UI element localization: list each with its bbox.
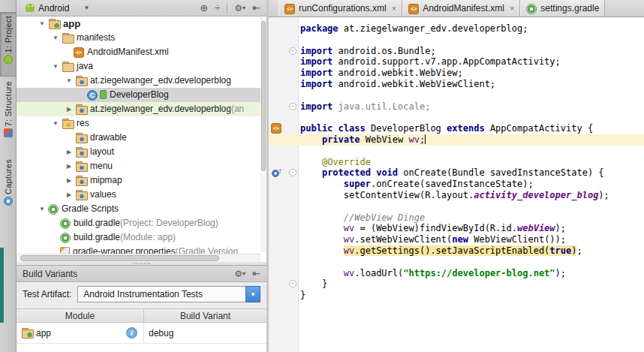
props-icon: [60, 247, 70, 254]
tree-item-java[interactable]: ▼java: [17, 59, 260, 74]
code-token: [300, 223, 344, 233]
tree-item-label: build.gradle: [74, 230, 120, 245]
code-token: import: [300, 46, 333, 56]
tree-item-mipmap[interactable]: ▶mipmap: [17, 173, 260, 188]
gradle-icon: [60, 218, 71, 229]
tree-item-build-gradle[interactable]: build.gradle (Module: app): [17, 230, 260, 245]
settings-gear-icon[interactable]: ⚙: [234, 3, 245, 14]
tree-item-manifests[interactable]: ▼manifests: [17, 31, 260, 45]
code-token: = (WebView)findViewById(R.id.: [354, 223, 517, 233]
code-token: wv: [344, 223, 354, 233]
column-header-module[interactable]: Module: [17, 309, 144, 322]
chevron-down-icon[interactable]: ▼: [36, 202, 48, 216]
project-view-icon: [4, 55, 13, 64]
tree-item-label: values: [90, 188, 116, 202]
code-token: wv: [344, 268, 354, 278]
chevron-right-icon[interactable]: ▶: [63, 173, 75, 188]
hide-panel-icon[interactable]: ⇤: [252, 3, 260, 14]
table-row[interactable]: appidebug: [17, 323, 266, 344]
tree-item-drawable[interactable]: drawable: [17, 131, 260, 145]
tree-item-gradle-scripts[interactable]: ▼Gradle Scripts: [17, 202, 260, 216]
code-editor[interactable]: package at.ziegelwanger_edv.developerblo…: [269, 17, 644, 352]
toolbar-separator: [227, 3, 227, 14]
overriding-method-icon[interactable]: [272, 167, 282, 178]
tree-item-at-ziegelwanger-edv-developerblog[interactable]: ▼at.ziegelwanger_edv.developerblog: [17, 74, 260, 88]
code-token: extends: [447, 123, 485, 134]
project-view-selector[interactable]: Android ▼: [21, 2, 94, 14]
chevron-down-icon[interactable]: ▼: [50, 116, 62, 131]
text-caret: [425, 134, 426, 144]
code-token: android.webkit.WebView;: [333, 68, 462, 78]
build-variants-title: Build Variants: [23, 269, 77, 279]
captures-view-icon: [4, 197, 13, 206]
settings-gear-icon[interactable]: ⚙: [234, 269, 245, 279]
close-icon[interactable]: ×: [510, 4, 514, 13]
tree-item-at-ziegelwanger-edv-developerblog[interactable]: ▶at.ziegelwanger_edv.developerblog (an: [17, 102, 260, 116]
manifest-file-icon[interactable]: [271, 123, 281, 134]
close-icon[interactable]: ×: [392, 4, 396, 13]
fold-icon[interactable]: −: [289, 103, 296, 110]
tool-button-structure[interactable]: 7: Structure: [0, 81, 17, 146]
xml-icon: [284, 4, 295, 14]
tree-item-label: Gradle Scripts: [62, 202, 119, 216]
code-token: onCreate(Bundle savedInstanceState) {: [398, 167, 604, 178]
tool-button-project[interactable]: 1: Project: [0, 12, 17, 77]
locate-icon[interactable]: ⊕: [200, 3, 208, 14]
tree-item-androidmanifest-xml[interactable]: AndroidManifest.xml: [17, 45, 260, 59]
xml-icon: [74, 47, 84, 58]
code-token: wv: [409, 134, 420, 145]
chevron-down-icon[interactable]: ▼: [36, 17, 48, 31]
chevron-right-icon[interactable]: ▶: [63, 145, 75, 159]
build-variant-cell[interactable]: debug: [144, 323, 266, 343]
module-cell[interactable]: appi: [17, 323, 144, 343]
tree-item-layout[interactable]: ▶layout: [17, 145, 260, 159]
code-line-5: import android.webkit.WebView;: [300, 68, 644, 79]
visibility-icon: [100, 90, 107, 99]
code-token: [300, 245, 344, 256]
chevron-down-icon[interactable]: ▼: [50, 31, 62, 45]
tree-item-label: drawable: [90, 131, 127, 145]
code-token: );: [555, 268, 566, 278]
build-variants-table: ModuleBuild Variant appidebug: [17, 308, 266, 352]
tree-item-suffix: (an: [231, 102, 244, 116]
tab-settings-gradle[interactable]: settings.gradle: [520, 0, 605, 17]
fold-icon[interactable]: −: [289, 47, 296, 55]
code-token: protected void: [322, 167, 398, 178]
tree-horizontal-scrollbar[interactable]: [17, 254, 260, 262]
res-icon: [62, 118, 74, 130]
chevron-right-icon[interactable]: ▶: [63, 159, 75, 173]
tab-androidmanifest-xml[interactable]: AndroidManifest.xml×: [402, 0, 520, 17]
code-line-20: wv.setWebViewClient(new WebViewClient())…: [300, 234, 644, 245]
code-token: [300, 268, 344, 278]
chevron-right-icon[interactable]: ▶: [63, 188, 75, 202]
test-artifact-select[interactable]: Android Instrumentation Tests ▼: [77, 286, 260, 302]
code-token: import: [300, 79, 333, 89]
tool-button-captures[interactable]: Captures: [0, 159, 17, 213]
chevron-down-icon[interactable]: ▼: [50, 59, 62, 74]
code-token: new: [452, 234, 468, 245]
code-line-24: }: [300, 278, 644, 290]
hide-panel-icon[interactable]: ⇤: [252, 269, 260, 279]
tree-item-build-gradle[interactable]: build.gradle (Project: DeveloperBlog): [17, 216, 260, 230]
code-token: //WebView Dinge: [344, 212, 425, 223]
chevron-right-icon[interactable]: ▶: [63, 102, 75, 116]
tree-item-res[interactable]: ▼res: [17, 116, 260, 131]
chevron-down-icon[interactable]: ▼: [63, 74, 75, 88]
tree-vertical-scrollbar[interactable]: [260, 18, 266, 252]
tree-item-values[interactable]: ▶values: [17, 188, 260, 202]
info-icon[interactable]: i: [126, 327, 137, 338]
collapse-all-icon[interactable]: ÷: [215, 3, 220, 14]
tree-item-developerblog[interactable]: DeveloperBlog: [17, 88, 260, 102]
column-header-build-variant[interactable]: Build Variant: [144, 309, 266, 322]
combo-dropdown-icon[interactable]: ▼: [245, 286, 260, 302]
tree-item-app[interactable]: ▼app: [17, 17, 260, 31]
build-variants-header: Build Variants ⚙ ⇤: [17, 266, 266, 282]
code-token: java.util.Locale;: [333, 101, 430, 112]
tree-item-gradle-wrapper-properties[interactable]: gradle-wrapper.properties (Gradle Versio…: [17, 245, 260, 254]
tree-item-label: menu: [90, 159, 113, 173]
tree-item-label: at.ziegelwanger_edv.developerblog: [90, 102, 231, 116]
tab-runconfigurations-xml[interactable]: runConfigurations.xml×: [278, 0, 402, 17]
code-line-9: [300, 112, 644, 123]
code-token: activity_developer_blog: [474, 190, 598, 200]
tree-item-menu[interactable]: ▶menu: [17, 159, 260, 173]
